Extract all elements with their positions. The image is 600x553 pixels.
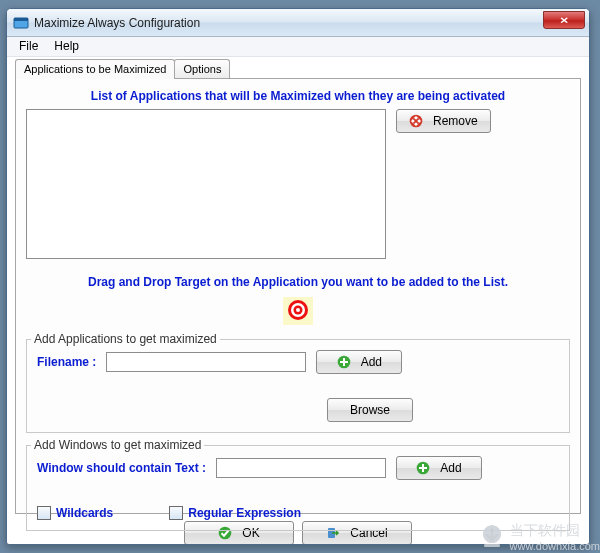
wildcards-checkbox[interactable]: Wildcards [37,506,113,520]
remove-button[interactable]: Remove [396,109,491,133]
close-icon: × [560,14,568,26]
window-title: Maximize Always Configuration [34,16,543,30]
regex-checkbox[interactable]: Regular Expression [169,506,301,520]
target-icon [287,299,309,324]
add-app-button-label: Add [361,355,382,369]
maximized-apps-listbox[interactable] [26,109,386,259]
drag-target[interactable] [283,297,313,325]
app-window: Maximize Always Configuration × File Hel… [6,8,590,545]
svg-rect-15 [419,467,427,469]
group-add-windows-title: Add Windows to get maximized [31,438,204,452]
close-button[interactable]: × [543,11,585,29]
tab-panel-applications: List of Applications that will be Maximi… [15,78,581,514]
add-circle-icon [416,461,430,475]
window-text-input[interactable] [216,458,386,478]
svg-rect-12 [340,361,348,363]
add-app-button[interactable]: Add [316,350,402,374]
titlebar[interactable]: Maximize Always Configuration × [7,9,589,37]
filename-input[interactable] [106,352,306,372]
menu-file[interactable]: File [11,37,46,56]
menubar: File Help [7,37,589,57]
window-text-label: Window should contain Text : [37,461,206,475]
checkbox-icon [169,506,183,520]
group-add-applications-title: Add Applications to get maximized [31,332,220,346]
add-window-button[interactable]: Add [396,456,482,480]
menu-help[interactable]: Help [46,37,87,56]
remove-button-label: Remove [433,114,478,128]
group-add-applications: Add Applications to get maximized Filena… [26,339,570,433]
svg-point-9 [296,308,300,312]
add-window-button-label: Add [440,461,461,475]
filename-label: Filename : [37,355,96,369]
tab-strip: Applications to be Maximized Options [15,59,581,79]
browse-button[interactable]: Browse [327,398,413,422]
tab-applications[interactable]: Applications to be Maximized [15,59,175,79]
client-area: Applications to be Maximized Options Lis… [7,59,589,545]
group-add-windows: Add Windows to get maximized Window shou… [26,445,570,531]
section-heading-drag: Drag and Drop Target on the Application … [26,275,570,289]
svg-rect-1 [14,18,28,21]
app-icon [13,15,29,31]
tab-options[interactable]: Options [174,59,230,79]
add-circle-icon [337,355,351,369]
checkbox-icon [37,506,51,520]
wildcards-label: Wildcards [56,506,113,520]
remove-circle-icon [409,114,423,128]
regex-label: Regular Expression [188,506,301,520]
section-heading-list: List of Applications that will be Maximi… [26,89,570,103]
browse-button-label: Browse [350,403,390,417]
